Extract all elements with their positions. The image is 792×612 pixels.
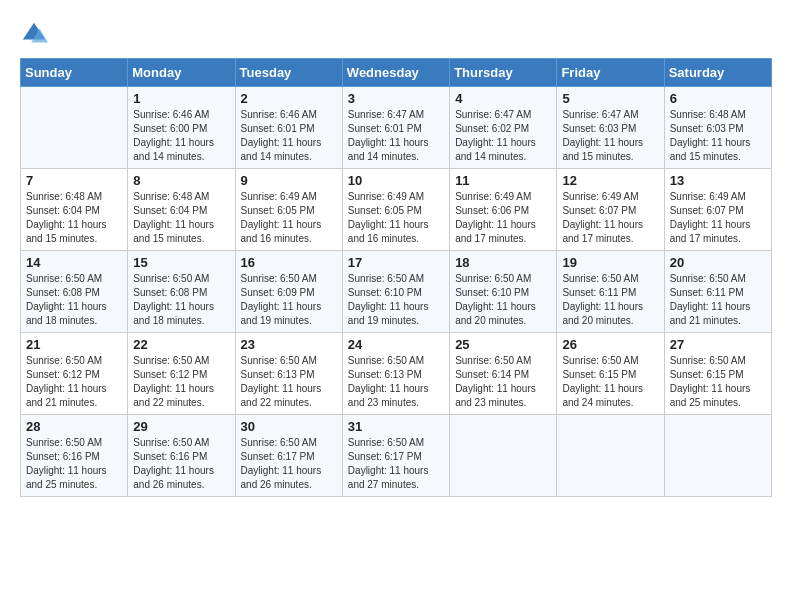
day-number: 10 [348,173,444,188]
day-number: 30 [241,419,337,434]
day-number: 31 [348,419,444,434]
calendar-day-cell: 27Sunrise: 6:50 AMSunset: 6:15 PMDayligh… [664,333,771,415]
calendar-day-cell: 26Sunrise: 6:50 AMSunset: 6:15 PMDayligh… [557,333,664,415]
calendar-week-row: 14Sunrise: 6:50 AMSunset: 6:08 PMDayligh… [21,251,772,333]
day-info: Sunrise: 6:47 AMSunset: 6:01 PMDaylight:… [348,108,444,164]
day-info: Sunrise: 6:50 AMSunset: 6:13 PMDaylight:… [241,354,337,410]
day-number: 8 [133,173,229,188]
day-info: Sunrise: 6:50 AMSunset: 6:10 PMDaylight:… [455,272,551,328]
day-number: 2 [241,91,337,106]
day-number: 17 [348,255,444,270]
page-header [20,20,772,48]
day-number: 19 [562,255,658,270]
calendar-table: SundayMondayTuesdayWednesdayThursdayFrid… [20,58,772,497]
day-info: Sunrise: 6:50 AMSunset: 6:09 PMDaylight:… [241,272,337,328]
day-number: 6 [670,91,766,106]
day-info: Sunrise: 6:49 AMSunset: 6:07 PMDaylight:… [562,190,658,246]
day-number: 12 [562,173,658,188]
logo [20,20,52,48]
day-info: Sunrise: 6:46 AMSunset: 6:01 PMDaylight:… [241,108,337,164]
calendar-day-cell: 29Sunrise: 6:50 AMSunset: 6:16 PMDayligh… [128,415,235,497]
calendar-day-cell: 18Sunrise: 6:50 AMSunset: 6:10 PMDayligh… [450,251,557,333]
calendar-day-cell: 1Sunrise: 6:46 AMSunset: 6:00 PMDaylight… [128,87,235,169]
day-number: 14 [26,255,122,270]
calendar-day-cell: 17Sunrise: 6:50 AMSunset: 6:10 PMDayligh… [342,251,449,333]
calendar-day-cell: 25Sunrise: 6:50 AMSunset: 6:14 PMDayligh… [450,333,557,415]
weekday-header: Sunday [21,59,128,87]
calendar-day-cell: 10Sunrise: 6:49 AMSunset: 6:05 PMDayligh… [342,169,449,251]
day-info: Sunrise: 6:50 AMSunset: 6:15 PMDaylight:… [562,354,658,410]
day-number: 11 [455,173,551,188]
day-info: Sunrise: 6:50 AMSunset: 6:08 PMDaylight:… [26,272,122,328]
weekday-header: Wednesday [342,59,449,87]
day-info: Sunrise: 6:48 AMSunset: 6:04 PMDaylight:… [26,190,122,246]
calendar-day-cell: 13Sunrise: 6:49 AMSunset: 6:07 PMDayligh… [664,169,771,251]
weekday-header: Thursday [450,59,557,87]
calendar-day-cell [21,87,128,169]
day-number: 13 [670,173,766,188]
calendar-day-cell: 30Sunrise: 6:50 AMSunset: 6:17 PMDayligh… [235,415,342,497]
calendar-day-cell: 5Sunrise: 6:47 AMSunset: 6:03 PMDaylight… [557,87,664,169]
day-info: Sunrise: 6:46 AMSunset: 6:00 PMDaylight:… [133,108,229,164]
calendar-day-cell: 16Sunrise: 6:50 AMSunset: 6:09 PMDayligh… [235,251,342,333]
calendar-week-row: 21Sunrise: 6:50 AMSunset: 6:12 PMDayligh… [21,333,772,415]
weekday-header: Tuesday [235,59,342,87]
day-info: Sunrise: 6:50 AMSunset: 6:08 PMDaylight:… [133,272,229,328]
day-number: 1 [133,91,229,106]
calendar-week-row: 28Sunrise: 6:50 AMSunset: 6:16 PMDayligh… [21,415,772,497]
day-info: Sunrise: 6:50 AMSunset: 6:14 PMDaylight:… [455,354,551,410]
calendar-header: SundayMondayTuesdayWednesdayThursdayFrid… [21,59,772,87]
day-number: 15 [133,255,229,270]
calendar-day-cell: 9Sunrise: 6:49 AMSunset: 6:05 PMDaylight… [235,169,342,251]
day-number: 5 [562,91,658,106]
day-info: Sunrise: 6:50 AMSunset: 6:13 PMDaylight:… [348,354,444,410]
day-info: Sunrise: 6:47 AMSunset: 6:03 PMDaylight:… [562,108,658,164]
calendar-day-cell: 24Sunrise: 6:50 AMSunset: 6:13 PMDayligh… [342,333,449,415]
day-info: Sunrise: 6:50 AMSunset: 6:12 PMDaylight:… [133,354,229,410]
day-info: Sunrise: 6:50 AMSunset: 6:11 PMDaylight:… [670,272,766,328]
calendar-day-cell: 4Sunrise: 6:47 AMSunset: 6:02 PMDaylight… [450,87,557,169]
day-info: Sunrise: 6:50 AMSunset: 6:17 PMDaylight:… [241,436,337,492]
day-number: 18 [455,255,551,270]
calendar-day-cell: 2Sunrise: 6:46 AMSunset: 6:01 PMDaylight… [235,87,342,169]
calendar-day-cell: 22Sunrise: 6:50 AMSunset: 6:12 PMDayligh… [128,333,235,415]
calendar-week-row: 1Sunrise: 6:46 AMSunset: 6:00 PMDaylight… [21,87,772,169]
calendar-day-cell: 15Sunrise: 6:50 AMSunset: 6:08 PMDayligh… [128,251,235,333]
day-info: Sunrise: 6:50 AMSunset: 6:11 PMDaylight:… [562,272,658,328]
day-number: 28 [26,419,122,434]
calendar-week-row: 7Sunrise: 6:48 AMSunset: 6:04 PMDaylight… [21,169,772,251]
day-info: Sunrise: 6:50 AMSunset: 6:12 PMDaylight:… [26,354,122,410]
day-number: 25 [455,337,551,352]
weekday-header: Friday [557,59,664,87]
day-number: 20 [670,255,766,270]
day-number: 29 [133,419,229,434]
calendar-day-cell: 7Sunrise: 6:48 AMSunset: 6:04 PMDaylight… [21,169,128,251]
calendar-day-cell [664,415,771,497]
day-info: Sunrise: 6:49 AMSunset: 6:05 PMDaylight:… [348,190,444,246]
day-info: Sunrise: 6:50 AMSunset: 6:16 PMDaylight:… [133,436,229,492]
calendar-day-cell: 23Sunrise: 6:50 AMSunset: 6:13 PMDayligh… [235,333,342,415]
day-number: 4 [455,91,551,106]
calendar-day-cell: 31Sunrise: 6:50 AMSunset: 6:17 PMDayligh… [342,415,449,497]
day-number: 22 [133,337,229,352]
day-number: 26 [562,337,658,352]
day-info: Sunrise: 6:50 AMSunset: 6:15 PMDaylight:… [670,354,766,410]
calendar-day-cell [450,415,557,497]
day-number: 23 [241,337,337,352]
day-number: 27 [670,337,766,352]
day-info: Sunrise: 6:49 AMSunset: 6:07 PMDaylight:… [670,190,766,246]
calendar-day-cell: 28Sunrise: 6:50 AMSunset: 6:16 PMDayligh… [21,415,128,497]
calendar-day-cell: 14Sunrise: 6:50 AMSunset: 6:08 PMDayligh… [21,251,128,333]
calendar-day-cell: 19Sunrise: 6:50 AMSunset: 6:11 PMDayligh… [557,251,664,333]
calendar-day-cell: 8Sunrise: 6:48 AMSunset: 6:04 PMDaylight… [128,169,235,251]
day-number: 7 [26,173,122,188]
day-info: Sunrise: 6:49 AMSunset: 6:06 PMDaylight:… [455,190,551,246]
day-number: 21 [26,337,122,352]
day-info: Sunrise: 6:48 AMSunset: 6:03 PMDaylight:… [670,108,766,164]
day-info: Sunrise: 6:50 AMSunset: 6:17 PMDaylight:… [348,436,444,492]
calendar-day-cell: 3Sunrise: 6:47 AMSunset: 6:01 PMDaylight… [342,87,449,169]
day-info: Sunrise: 6:50 AMSunset: 6:10 PMDaylight:… [348,272,444,328]
weekday-header: Monday [128,59,235,87]
day-info: Sunrise: 6:49 AMSunset: 6:05 PMDaylight:… [241,190,337,246]
logo-icon [20,20,48,48]
